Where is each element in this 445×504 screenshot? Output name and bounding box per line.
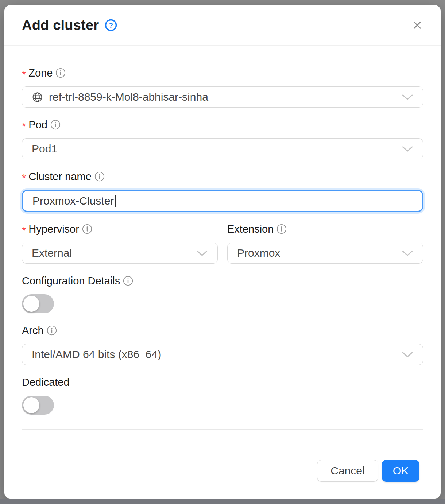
toggle-knob [23, 397, 39, 413]
hypervisor-label-row: * Hypervisor [22, 222, 218, 236]
dialog-body: * Zone ref-t [4, 46, 441, 430]
cluster-name-label-row: * Cluster name [22, 170, 423, 183]
svg-text:?: ? [109, 22, 113, 29]
info-circle-icon[interactable] [82, 224, 92, 234]
add-cluster-dialog: Add cluster ? * Zone [4, 5, 441, 499]
info-circle-icon[interactable] [276, 224, 287, 234]
configuration-details-toggle[interactable] [22, 294, 54, 313]
dialog-header: Add cluster ? [4, 5, 441, 46]
hypervisor-extension-row: * Hypervisor External [22, 222, 423, 264]
info-circle-icon[interactable] [123, 276, 133, 286]
arch-label-row: Arch [22, 323, 423, 337]
extension-label: Extension [227, 222, 274, 236]
pod-select[interactable]: Pod1 [22, 138, 423, 159]
extension-select-value: Proxmox [237, 247, 397, 259]
dedicated-toggle[interactable] [22, 396, 54, 415]
chevron-down-icon [402, 94, 413, 100]
chevron-down-icon [402, 146, 413, 152]
cancel-button[interactable]: Cancel [317, 460, 378, 482]
zone-field: * Zone ref-t [22, 66, 423, 108]
required-marker: * [22, 225, 26, 236]
extension-field: Extension Proxmox [227, 222, 423, 264]
configuration-details-label-row: Configuration Details [22, 274, 423, 288]
zone-label: Zone [28, 66, 53, 80]
pod-label: Pod [28, 118, 47, 132]
pod-field: * Pod Pod1 [22, 118, 423, 159]
extension-label-row: Extension [227, 222, 423, 236]
arch-select-value: Intel/AMD 64 bits (x86_64) [32, 348, 397, 361]
close-icon[interactable] [410, 18, 425, 32]
chevron-down-icon [402, 352, 413, 358]
required-marker: * [22, 69, 26, 80]
hypervisor-label: Hypervisor [28, 222, 79, 236]
zone-select[interactable]: ref-trl-8859-k-Mol8-abhisar-sinha [22, 86, 423, 108]
info-circle-icon[interactable] [94, 171, 105, 182]
hypervisor-select[interactable]: External [22, 243, 218, 264]
cluster-name-field: * Cluster name Proxmox-Cluster [22, 170, 423, 212]
required-marker: * [22, 121, 26, 132]
dedicated-field: Dedicated [22, 375, 423, 415]
page-bottom-strip [0, 499, 445, 504]
info-circle-icon[interactable] [47, 325, 57, 336]
arch-select[interactable]: Intel/AMD 64 bits (x86_64) [22, 344, 423, 365]
text-caret [115, 195, 116, 207]
cluster-name-label: Cluster name [28, 170, 91, 183]
chevron-down-icon [196, 250, 208, 256]
globe-icon [32, 92, 43, 103]
zone-label-row: * Zone [22, 66, 423, 80]
chevron-down-icon [402, 250, 413, 256]
extension-select[interactable]: Proxmox [227, 243, 423, 264]
info-circle-icon[interactable] [55, 68, 66, 78]
arch-label: Arch [22, 323, 44, 337]
hypervisor-select-value: External [32, 247, 192, 259]
dialog-title: Add cluster [22, 18, 99, 33]
question-circle-icon[interactable]: ? [105, 19, 117, 31]
pod-select-value: Pod1 [32, 143, 397, 155]
dialog-footer: Cancel OK [4, 430, 441, 482]
required-marker: * [22, 173, 26, 183]
ok-button[interactable]: OK [382, 460, 419, 482]
zone-select-value: ref-trl-8859-k-Mol8-abhisar-sinha [49, 91, 397, 103]
info-circle-icon[interactable] [50, 120, 61, 130]
pod-label-row: * Pod [22, 118, 423, 132]
cluster-name-input[interactable]: Proxmox-Cluster [22, 190, 423, 212]
cluster-name-value: Proxmox-Cluster [32, 195, 114, 207]
dedicated-label: Dedicated [22, 375, 70, 389]
configuration-details-label: Configuration Details [22, 274, 120, 288]
configuration-details-field: Configuration Details [22, 274, 423, 313]
hypervisor-field: * Hypervisor External [22, 222, 218, 264]
arch-field: Arch Intel/AMD 64 bits (x86_64) [22, 323, 423, 365]
dedicated-label-row: Dedicated [22, 375, 423, 389]
toggle-knob [23, 296, 39, 312]
